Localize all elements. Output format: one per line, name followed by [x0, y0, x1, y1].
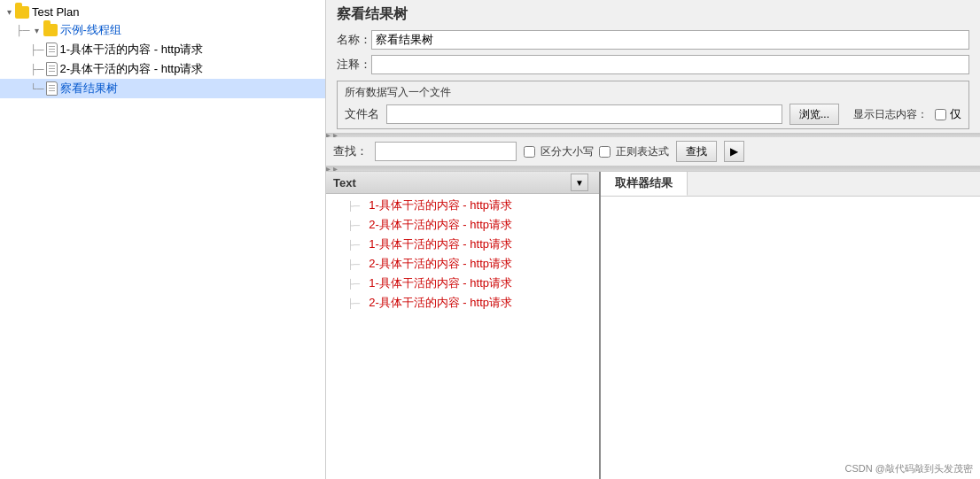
comment-label: 注释：	[337, 57, 371, 73]
name-label: 名称：	[337, 32, 371, 48]
item-connector: ├─	[347, 240, 360, 250]
only-label: 仅	[950, 106, 961, 122]
item-connector: ├─	[347, 259, 360, 269]
tree-item-test-plan[interactable]: ▾ Test Plan	[0, 4, 325, 20]
item-connector: ├─	[347, 298, 360, 308]
file-label: 文件名	[345, 106, 379, 122]
search-options: 区分大小写 正则表达式	[524, 144, 669, 159]
text-panel-title: Text	[330, 174, 571, 191]
watermark: CSDN @敲代码敲到头发茂密	[845, 462, 973, 475]
find-button[interactable]: 查找	[676, 141, 717, 162]
text-panel: Text ▼ ├─1-具体干活的内容 - http请求├─2-具体干活的内容 -…	[326, 172, 601, 479]
list-item[interactable]: ├─1-具体干活的内容 - http请求	[326, 274, 599, 293]
text-list: ├─1-具体干活的内容 - http请求├─2-具体干活的内容 - http请求…	[326, 194, 599, 479]
list-item[interactable]: ├─1-具体干活的内容 - http请求	[326, 235, 599, 254]
tree-item-thread-group[interactable]: ├─ ▾ 示例-线程组	[0, 20, 325, 40]
connector-icon: ├─	[30, 44, 44, 55]
list-item[interactable]: ├─2-具体干活的内容 - http请求	[326, 293, 599, 313]
text-dropdown-button[interactable]: ▼	[571, 174, 588, 191]
connector-icon: ├─	[16, 25, 30, 35]
sample-panel: 取样器结果	[601, 172, 980, 479]
right-panel: 察看结果树 名称： 注释： 所有数据写入一个文件 文件名 浏览... 显示日志内…	[326, 0, 980, 479]
tree-label: 1-具体干活的内容 - http请求	[60, 42, 204, 58]
list-item[interactable]: ├─2-具体干活的内容 - http请求	[326, 254, 599, 274]
sample-tabs: 取样器结果	[601, 172, 980, 197]
tree-label: 察看结果树	[60, 81, 118, 97]
item-label: 1-具体干活的内容 - http请求	[369, 275, 512, 291]
tree-label: 示例-线程组	[60, 22, 121, 38]
item-label: 2-具体干活的内容 - http请求	[369, 295, 512, 311]
file-section-title: 所有数据写入一个文件	[345, 85, 961, 100]
name-input[interactable]	[371, 30, 969, 50]
results-area: Text ▼ ├─1-具体干活的内容 - http请求├─2-具体干活的内容 -…	[326, 171, 980, 479]
case-sensitive-label: 区分大小写	[541, 144, 594, 159]
search-input[interactable]	[375, 142, 517, 161]
tree-item-result-tree[interactable]: └─ 察看结果树	[0, 79, 325, 98]
panel-title: 察看结果树	[326, 0, 980, 27]
doc-icon	[46, 81, 58, 96]
find-next-button[interactable]: ▶	[724, 141, 744, 162]
file-row: 文件名 浏览... 显示日志内容： 仅	[345, 104, 961, 125]
folder-icon	[15, 6, 29, 19]
log-label: 显示日志内容：	[853, 107, 928, 122]
connector-icon: ├─	[30, 64, 44, 74]
case-sensitive-checkbox[interactable]	[524, 146, 535, 158]
item-label: 2-具体干活的内容 - http请求	[369, 217, 512, 233]
left-panel: ▾ Test Plan ├─ ▾ 示例-线程组 ├─ 1-具体干活的内容 - h…	[0, 0, 326, 479]
text-panel-header: Text ▼	[326, 172, 599, 194]
item-connector: ├─	[347, 201, 360, 211]
expand-icon: ▾	[32, 25, 43, 35]
tree-label: 2-具体干活的内容 - http请求	[60, 61, 204, 77]
search-label: 查找：	[333, 143, 368, 159]
name-row: 名称：	[326, 27, 980, 52]
folder-icon	[43, 24, 58, 36]
item-label: 2-具体干活的内容 - http请求	[369, 256, 512, 272]
list-item[interactable]: ├─1-具体干活的内容 - http请求	[326, 196, 599, 215]
only-checkbox[interactable]	[935, 109, 946, 120]
sample-content	[601, 197, 980, 479]
item-connector: ├─	[347, 220, 360, 230]
item-label: 1-具体干活的内容 - http请求	[369, 197, 512, 213]
item-label: 1-具体干活的内容 - http请求	[369, 236, 512, 252]
item-connector: ├─	[347, 279, 360, 289]
tab-sample-result[interactable]: 取样器结果	[601, 172, 688, 196]
tree-item-http2[interactable]: ├─ 2-具体干活的内容 - http请求	[0, 59, 325, 79]
connector-icon: └─	[30, 83, 44, 94]
expand-icon: ▾	[4, 7, 14, 18]
tree-item-http1[interactable]: ├─ 1-具体干活的内容 - http请求	[0, 40, 325, 59]
doc-icon	[46, 62, 58, 76]
file-input[interactable]	[386, 104, 782, 124]
checkbox-group: 仅	[935, 106, 961, 122]
regex-label: 正则表达式	[616, 144, 669, 159]
search-bar: 查找： 区分大小写 正则表达式 查找 ▶	[326, 137, 980, 166]
comment-row: 注释：	[326, 52, 980, 77]
list-item[interactable]: ├─2-具体干活的内容 - http请求	[326, 215, 599, 235]
tree-label: Test Plan	[32, 5, 79, 19]
comment-input[interactable]	[371, 55, 969, 74]
file-section: 所有数据写入一个文件 文件名 浏览... 显示日志内容： 仅	[337, 81, 969, 129]
browse-button[interactable]: 浏览...	[789, 104, 839, 125]
regex-checkbox[interactable]	[599, 146, 611, 158]
doc-icon	[46, 42, 58, 57]
